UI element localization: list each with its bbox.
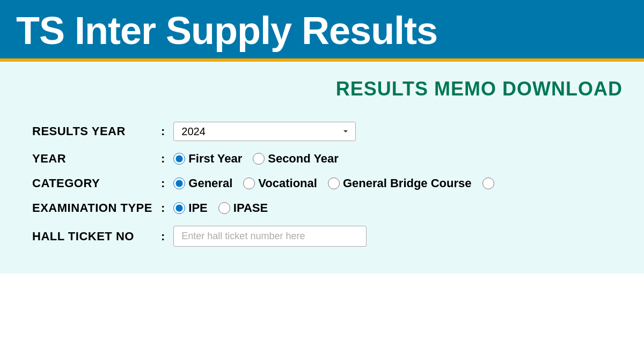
results-year-label: RESULTS YEAR [32,124,161,138]
second-year-label: Second Year [268,152,339,166]
hall-ticket-colon: : [161,230,165,243]
year-row: YEAR : First Year Second Year [21,146,623,171]
ipase-option[interactable]: IPASE [218,201,268,215]
year-label: YEAR [32,152,161,166]
vbc-option[interactable] [482,178,497,189]
second-year-option[interactable]: Second Year [253,152,339,166]
ipase-radio[interactable] [218,202,230,214]
header: TS Inter Supply Results [0,0,644,62]
results-year-row: RESULTS YEAR : 2024 2023 2022 [21,116,623,146]
second-year-radio[interactable] [253,153,265,165]
general-bridge-label: General Bridge Course [343,176,472,190]
first-year-option[interactable]: First Year [173,152,242,166]
exam-type-colon: : [161,201,165,215]
year-colon: : [161,152,165,166]
results-year-select[interactable]: 2024 2023 2022 [173,122,356,141]
page-title: TS Inter Supply Results [16,10,628,52]
first-year-radio[interactable] [173,153,185,165]
hall-ticket-label: HALL TICKET NO [32,230,161,243]
category-control: General Vocational General Bridge Course [173,176,497,190]
hall-ticket-input[interactable] [173,226,367,247]
category-row: CATEGORY : General Vocational General Br… [21,171,623,196]
category-label: CATEGORY [32,176,161,190]
exam-type-row: EXAMINATION TYPE : IPE IPASE [21,196,623,220]
hall-ticket-row: HALL TICKET NO : [21,220,623,252]
ipe-label: IPE [188,201,207,215]
exam-type-control: IPE IPASE [173,201,268,215]
general-label: General [188,176,232,190]
vocational-label: Vocational [258,176,317,190]
year-control: First Year Second Year [173,152,339,166]
general-bridge-radio[interactable] [328,178,340,189]
general-radio[interactable] [173,178,185,189]
exam-type-label: EXAMINATION TYPE [32,201,161,215]
vocational-radio[interactable] [243,178,255,189]
results-year-colon: : [161,124,165,138]
results-year-control: 2024 2023 2022 [173,122,356,141]
general-option[interactable]: General [173,176,232,190]
section-title: RESULTS MEMO DOWNLOAD [21,78,623,100]
category-colon: : [161,176,165,190]
hall-ticket-control [173,226,367,247]
general-bridge-option[interactable]: General Bridge Course [328,176,472,190]
first-year-label: First Year [188,152,242,166]
main-content: RESULTS MEMO DOWNLOAD RESULTS YEAR : 202… [0,62,644,274]
vocational-option[interactable]: Vocational [243,176,317,190]
ipase-label: IPASE [233,201,268,215]
vbc-radio[interactable] [482,178,494,189]
ipe-radio[interactable] [173,202,185,214]
ipe-option[interactable]: IPE [173,201,207,215]
